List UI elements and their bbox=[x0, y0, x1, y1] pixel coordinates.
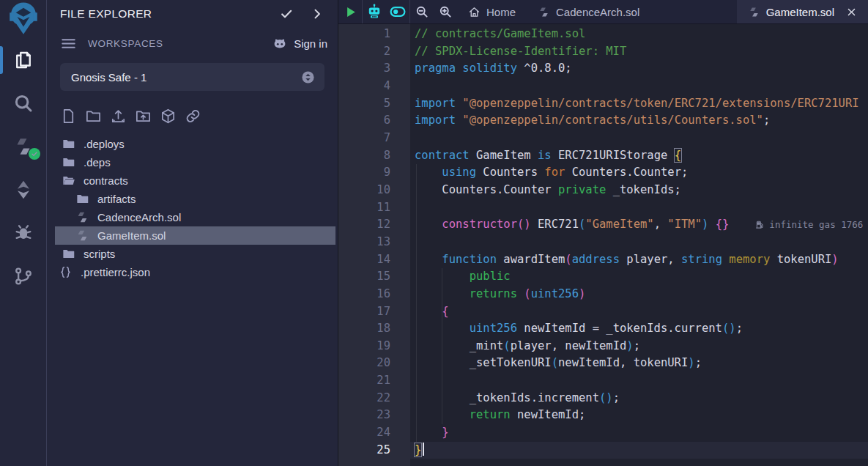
code-line-15[interactable]: public bbox=[415, 268, 868, 286]
line-number[interactable]: 4 bbox=[338, 78, 410, 95]
line-number[interactable]: 6 bbox=[338, 112, 410, 130]
search-icon bbox=[12, 92, 34, 114]
code-line-4[interactable] bbox=[415, 78, 868, 95]
activity-solidity-compiler-button[interactable] bbox=[0, 132, 46, 161]
code-line-18[interactable]: uint256 newItemId = _tokenIds.current(); bbox=[415, 320, 868, 338]
code-line-25[interactable]: } bbox=[415, 442, 868, 459]
zoom-in-button[interactable] bbox=[434, 0, 457, 23]
line-number[interactable]: 9 bbox=[338, 164, 410, 182]
cube-button[interactable] bbox=[160, 108, 177, 125]
remix-logo-icon[interactable] bbox=[7, 1, 40, 35]
line-number[interactable]: 17 bbox=[338, 303, 410, 321]
line-number[interactable]: 11 bbox=[338, 199, 410, 217]
close-tab-icon[interactable] bbox=[846, 7, 857, 18]
code-line-14[interactable]: function awardItem(address player, strin… bbox=[415, 251, 868, 269]
code-line-23[interactable]: return newItemId; bbox=[415, 407, 868, 424]
line-number[interactable]: 14 bbox=[338, 251, 410, 269]
line-number[interactable]: 8 bbox=[338, 147, 410, 165]
activity-debugger-button[interactable] bbox=[0, 218, 46, 248]
code-line-24[interactable]: } bbox=[415, 424, 868, 442]
tree-item-deps[interactable]: .deps bbox=[47, 153, 338, 171]
activity-file-explorer-button[interactable] bbox=[0, 45, 46, 75]
tree-item-scripts[interactable]: scripts bbox=[47, 245, 338, 263]
code-line-21[interactable] bbox=[415, 372, 868, 390]
code-line-19[interactable]: _mint(player, newItemId); bbox=[415, 338, 868, 355]
git-icon bbox=[12, 265, 34, 287]
tab-gameitem-sol[interactable]: GameItem.sol bbox=[737, 0, 868, 23]
chevron-right-icon[interactable] bbox=[310, 7, 324, 21]
code-line-2[interactable]: // SPDX-License-Identifier: MIT bbox=[415, 43, 868, 61]
line-number[interactable]: 21 bbox=[338, 372, 410, 390]
tab-cadencearch-sol[interactable]: CadenceArch.sol bbox=[527, 0, 650, 23]
line-number[interactable]: 7 bbox=[338, 130, 410, 147]
sign-in-button[interactable]: Sign in bbox=[272, 35, 327, 51]
code-line-3[interactable]: pragma solidity ^0.8.0; bbox=[415, 60, 868, 78]
code-line-20[interactable]: _setTokenURI(newItemId, tokenURI); bbox=[415, 355, 868, 372]
upload-folder-button[interactable] bbox=[135, 108, 152, 125]
workspace-select[interactable]: Gnosis Safe - 1 bbox=[60, 63, 324, 91]
line-number[interactable]: 10 bbox=[338, 182, 410, 199]
tab-home[interactable]: Home bbox=[457, 0, 527, 23]
ai-assistant-icon bbox=[366, 3, 383, 21]
code-line-10[interactable]: Counters.Counter private _tokenIds; bbox=[415, 182, 868, 199]
line-number[interactable]: 2 bbox=[338, 43, 410, 61]
workspaces-menu-icon[interactable] bbox=[60, 35, 77, 52]
code-line-11[interactable] bbox=[415, 199, 868, 217]
code-line-9[interactable]: using Counters for Counters.Counter; bbox=[415, 164, 868, 182]
gas-estimate-hint: infinite gas 1766 bbox=[755, 219, 863, 230]
ai-assistant-button[interactable] bbox=[363, 0, 386, 23]
tree-item-gameitem-sol[interactable]: GameItem.sol bbox=[55, 226, 335, 245]
run-button[interactable] bbox=[338, 0, 362, 23]
link-button[interactable] bbox=[185, 108, 201, 125]
code-line-13[interactable] bbox=[415, 234, 868, 251]
text-cursor bbox=[423, 443, 424, 456]
tree-item-contracts[interactable]: contracts bbox=[47, 171, 338, 190]
line-number[interactable]: 12 bbox=[338, 216, 410, 234]
code-line-17[interactable]: { bbox=[415, 303, 868, 321]
activity-git-button[interactable] bbox=[0, 262, 46, 291]
line-number[interactable]: 5 bbox=[338, 95, 410, 113]
check-icon[interactable] bbox=[279, 7, 294, 21]
zoom-in-icon bbox=[438, 4, 453, 19]
file-explorer-panel: FILE EXPLORER WORKSPACES Sign in Gnosis … bbox=[47, 0, 338, 466]
new-folder-button[interactable] bbox=[85, 108, 102, 125]
line-number[interactable]: 16 bbox=[338, 286, 410, 303]
tree-item-cadencearch-sol[interactable]: CadenceArch.sol bbox=[47, 208, 338, 226]
line-number[interactable]: 18 bbox=[338, 320, 410, 338]
tree-item-label: CadenceArch.sol bbox=[97, 211, 181, 223]
activity-search-button[interactable] bbox=[0, 89, 46, 118]
line-number[interactable]: 24 bbox=[338, 424, 410, 442]
line-number[interactable]: 1 bbox=[338, 26, 410, 43]
tree-item-label: .deps bbox=[84, 156, 111, 169]
code-line-5[interactable]: import "@openzeppelin/contracts/token/ER… bbox=[415, 95, 868, 113]
line-number[interactable]: 23 bbox=[338, 407, 410, 424]
code-line-7[interactable] bbox=[415, 130, 868, 147]
line-number[interactable]: 3 bbox=[338, 60, 410, 78]
zoom-out-button[interactable] bbox=[410, 0, 434, 23]
line-number[interactable]: 20 bbox=[338, 355, 410, 372]
code-line-22[interactable]: _tokenIds.increment(); bbox=[415, 390, 868, 407]
line-number[interactable]: 13 bbox=[338, 234, 410, 251]
line-number[interactable]: 22 bbox=[338, 390, 410, 407]
tree-item-label: scripts bbox=[84, 248, 115, 260]
folder-open-icon bbox=[62, 174, 75, 188]
tab-label: Home bbox=[486, 6, 516, 18]
tree-item-deploys[interactable]: .deploys bbox=[47, 135, 338, 153]
tree-item-prettierrc-json[interactable]: .prettierrc.json bbox=[47, 263, 338, 281]
new-file-button[interactable] bbox=[60, 108, 77, 125]
tree-item-artifacts[interactable]: artifacts bbox=[47, 190, 338, 208]
line-number[interactable]: 25 bbox=[338, 442, 410, 459]
deploy-run-icon bbox=[12, 179, 34, 201]
solidity-icon bbox=[538, 6, 550, 18]
code-line-6[interactable]: import "@openzeppelin/contracts/utils/Co… bbox=[415, 112, 868, 130]
code-line-1[interactable]: // contracts/GameItem.sol bbox=[415, 26, 868, 43]
upload-file-button[interactable] bbox=[110, 108, 127, 125]
line-number[interactable]: 15 bbox=[338, 268, 410, 286]
toggle-button[interactable] bbox=[386, 0, 409, 23]
line-number[interactable]: 19 bbox=[338, 338, 410, 355]
debugger-icon bbox=[12, 222, 34, 244]
code-line-12[interactable]: constructor() ERC721("GameItem", "ITM") … bbox=[415, 216, 868, 234]
code-line-16[interactable]: returns (uint256) bbox=[415, 286, 868, 303]
code-line-8[interactable]: contract GameItem is ERC721URIStorage { bbox=[415, 147, 868, 165]
activity-deploy-run-button[interactable] bbox=[0, 175, 46, 204]
